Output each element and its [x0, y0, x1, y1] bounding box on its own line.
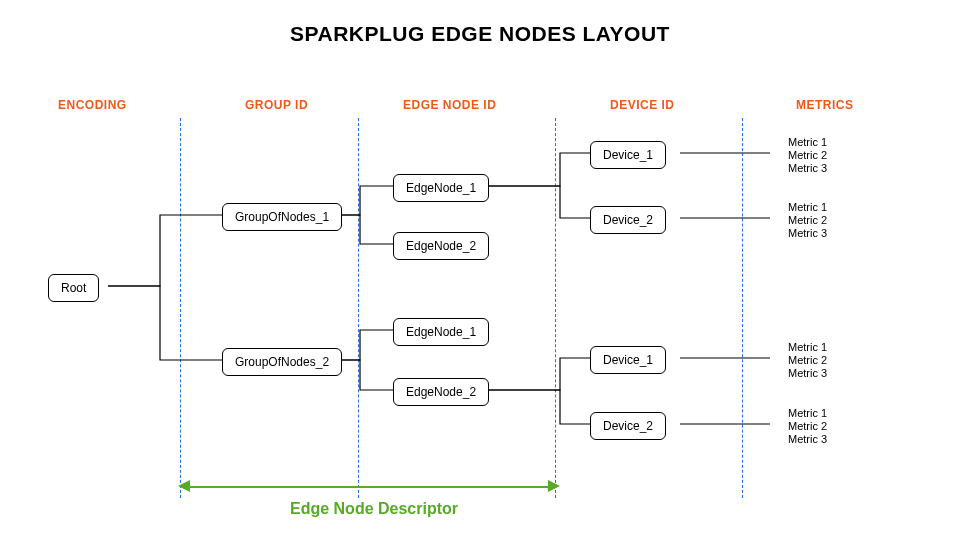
- metric-item: Metric 2: [788, 354, 827, 367]
- col-header-edgenode-id: EDGE NODE ID: [403, 98, 496, 112]
- node-edge-g2-1: EdgeNode_1: [393, 318, 489, 346]
- metric-item: Metric 3: [788, 433, 827, 446]
- metric-item: Metric 3: [788, 227, 827, 240]
- col-header-metrics: METRICS: [796, 98, 854, 112]
- node-edge-g1-2: EdgeNode_2: [393, 232, 489, 260]
- diagram-canvas: SPARKPLUG EDGE NODES LAYOUT ENCODING GRO…: [0, 0, 960, 540]
- column-divider: [555, 118, 556, 498]
- node-group-1: GroupOfNodes_1: [222, 203, 342, 231]
- column-divider: [742, 118, 743, 498]
- metric-item: Metric 1: [788, 136, 827, 149]
- column-divider: [358, 118, 359, 498]
- descriptor-arrow-line: [188, 486, 550, 488]
- node-edge-g2-2: EdgeNode_2: [393, 378, 489, 406]
- descriptor-arrow-head-right: [548, 480, 560, 492]
- metric-item: Metric 1: [788, 341, 827, 354]
- descriptor-label: Edge Node Descriptor: [290, 500, 458, 518]
- metrics-list: Metric 1 Metric 2 Metric 3: [788, 136, 827, 175]
- node-edge-g1-1: EdgeNode_1: [393, 174, 489, 202]
- metric-item: Metric 1: [788, 407, 827, 420]
- metric-item: Metric 3: [788, 162, 827, 175]
- metric-item: Metric 3: [788, 367, 827, 380]
- metrics-list: Metric 1 Metric 2 Metric 3: [788, 201, 827, 240]
- metric-item: Metric 2: [788, 149, 827, 162]
- metric-item: Metric 2: [788, 214, 827, 227]
- connector-lines: [0, 0, 960, 540]
- col-header-device-id: DEVICE ID: [610, 98, 675, 112]
- column-divider: [180, 118, 181, 498]
- node-device-g2e2-2: Device_2: [590, 412, 666, 440]
- col-header-group-id: GROUP ID: [245, 98, 308, 112]
- node-group-2: GroupOfNodes_2: [222, 348, 342, 376]
- col-header-encoding: ENCODING: [58, 98, 127, 112]
- node-device-g1e1-1: Device_1: [590, 141, 666, 169]
- metrics-list: Metric 1 Metric 2 Metric 3: [788, 341, 827, 380]
- metric-item: Metric 2: [788, 420, 827, 433]
- descriptor-arrow-head-left: [178, 480, 190, 492]
- node-device-g1e1-2: Device_2: [590, 206, 666, 234]
- node-root: Root: [48, 274, 99, 302]
- node-device-g2e2-1: Device_1: [590, 346, 666, 374]
- metrics-list: Metric 1 Metric 2 Metric 3: [788, 407, 827, 446]
- diagram-title: SPARKPLUG EDGE NODES LAYOUT: [0, 22, 960, 46]
- metric-item: Metric 1: [788, 201, 827, 214]
